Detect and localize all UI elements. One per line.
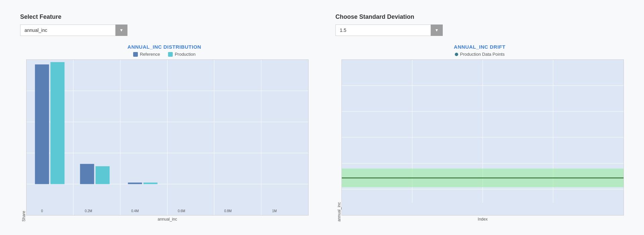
feature-select[interactable]: annual_inc loan_amnt int_rate dti <box>20 25 127 36</box>
feature-select-wrapper: annual_inc loan_amnt int_rate dti ▼ <box>20 25 127 36</box>
std-select[interactable]: 1.0 1.5 2.0 2.5 3.0 <box>335 25 443 36</box>
dist-chart-title: ANNUAL_INC DISTRIBUTION <box>20 44 309 50</box>
production-legend-item: Production <box>168 52 196 57</box>
drift-production-legend-item: Production Data Points <box>455 52 505 57</box>
dist-chart-svg: 0 0.2 0.4 0.6 0.8 <box>26 60 308 215</box>
dist-chart-area: 0 0.2 0.4 0.6 0.8 <box>26 59 309 216</box>
dist-chart-legend: Reference Production <box>20 52 309 57</box>
drift-chart-svg: 0 0.2M 0.4M 0.6M 0.8M 1M 0 2000 4000 600… <box>342 60 624 215</box>
production-legend-label: Production <box>175 52 196 57</box>
reference-legend-item: Reference <box>133 52 160 57</box>
reference-legend-label: Reference <box>140 52 160 57</box>
dist-y-axis-label: Share <box>20 59 26 222</box>
drift-y-axis-label: annual_inc <box>335 59 341 222</box>
svg-rect-20 <box>144 183 158 184</box>
svg-rect-19 <box>128 183 142 184</box>
drift-production-legend-label: Production Data Points <box>460 52 505 57</box>
left-panel: Select Feature annual_inc loan_amnt int_… <box>20 13 309 222</box>
svg-text:0.6M: 0.6M <box>178 209 185 213</box>
drift-chart-legend: Production Data Points <box>335 52 624 57</box>
svg-text:1M: 1M <box>272 209 277 213</box>
drift-chart-title: ANNUAL_INC DRIFT <box>335 44 624 50</box>
reference-legend-color <box>133 52 138 57</box>
svg-rect-18 <box>96 166 110 184</box>
select-feature-label: Select Feature <box>20 13 309 20</box>
std-select-wrapper: 1.0 1.5 2.0 2.5 3.0 ▼ <box>335 25 443 36</box>
svg-rect-17 <box>80 164 94 184</box>
svg-text:0: 0 <box>41 209 43 213</box>
right-panel: Choose Standard Deviation 1.0 1.5 2.0 2.… <box>335 13 624 222</box>
drift-chart-area: 0 0.2M 0.4M 0.6M 0.8M 1M 0 2000 4000 600… <box>341 59 624 216</box>
svg-text:0.2M: 0.2M <box>85 209 92 213</box>
svg-rect-16 <box>50 62 64 184</box>
dist-x-axis-label: annual_inc <box>26 217 309 222</box>
svg-text:0.4M: 0.4M <box>131 209 139 213</box>
svg-rect-15 <box>35 64 49 184</box>
svg-text:0.8M: 0.8M <box>224 209 231 213</box>
choose-std-label: Choose Standard Deviation <box>335 13 624 20</box>
drift-production-dot <box>455 53 458 56</box>
production-legend-color <box>168 52 173 57</box>
drift-x-axis-label: Index <box>341 217 624 222</box>
